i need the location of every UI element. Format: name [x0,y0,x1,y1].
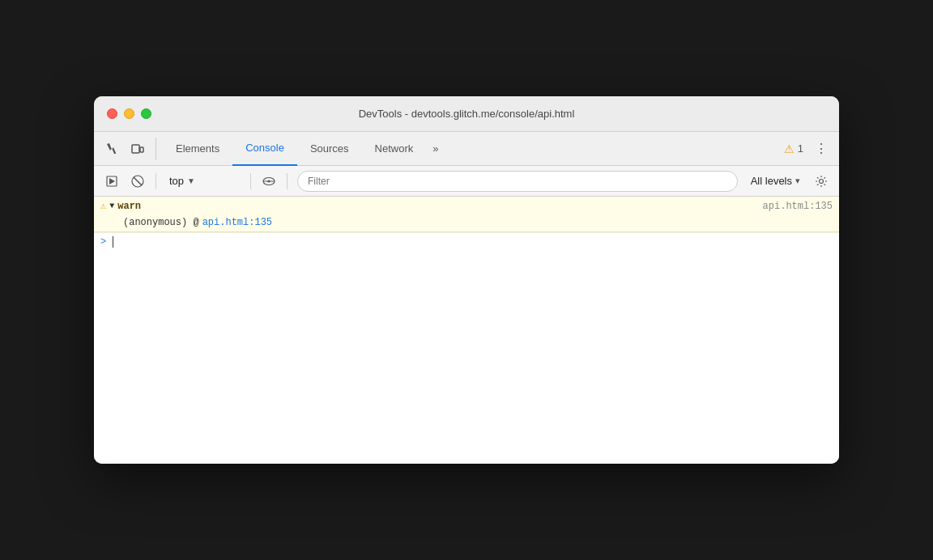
title-bar: DevTools - devtools.glitch.me/console/ap… [94,96,839,132]
console-toolbar: top ▼ All levels ▾ [94,166,839,197]
clear-console-button[interactable] [126,170,149,193]
minimize-button[interactable] [124,108,134,119]
cursor-blink [113,236,113,248]
warn-triangle-icon: ⚠ [100,200,106,212]
warn-expand-arrow[interactable]: ▼ [109,202,114,210]
warn-main-row: ⚠ ▼ warn api.html:135 [94,197,839,215]
console-prompt-icon: > [100,236,106,248]
svg-rect-0 [132,145,139,153]
log-levels-button[interactable]: All levels ▾ [744,172,807,190]
warn-label: warn [117,201,762,212]
maximize-button[interactable] [141,108,151,119]
svg-marker-3 [109,178,115,185]
device-mode-icon[interactable] [126,138,149,160]
window-title: DevTools - devtools.glitch.me/console/ap… [359,108,575,120]
warn-log-entry: ⚠ ▼ warn api.html:135 (anonymous) @ api.… [94,197,839,232]
toolbar-divider-2 [250,173,251,189]
execute-button[interactable] [100,170,123,193]
warn-call-text: (anonymous) @ [123,217,199,228]
toolbar-divider [156,173,156,189]
console-input-row[interactable]: > [94,232,839,251]
filter-input[interactable] [297,171,738,192]
tab-sources[interactable]: Sources [297,132,362,166]
devtools-toolbar-icons [100,138,156,160]
close-button[interactable] [107,108,117,119]
live-expressions-button[interactable] [258,170,280,193]
context-selector[interactable]: top ▼ [163,172,244,190]
inspect-icon[interactable] [100,138,123,160]
warn-call-row: (anonymous) @ api.html:135 [94,215,839,231]
warn-location[interactable]: api.html:135 [763,201,833,212]
console-content: ⚠ ▼ warn api.html:135 (anonymous) @ api.… [94,197,839,464]
devtools-window: DevTools - devtools.glitch.me/console/ap… [94,96,839,464]
tabs-bar: Elements Console Sources Network » ⚠ 1 ⋮ [94,132,839,166]
devtools-menu-button[interactable]: ⋮ [810,138,833,160]
svg-rect-1 [140,147,143,152]
warning-badge[interactable]: ⚠ 1 [784,142,803,155]
console-settings-button[interactable] [810,170,833,193]
traffic-lights [107,108,151,119]
svg-line-5 [134,177,142,185]
tab-network[interactable]: Network [362,132,427,166]
toolbar-divider-3 [287,173,288,189]
main-tabs: Elements Console Sources Network » [163,132,778,166]
tab-console[interactable]: Console [232,132,297,166]
tab-elements[interactable]: Elements [163,132,232,166]
svg-point-9 [820,179,824,183]
console-input-field[interactable] [113,236,113,248]
tab-more-button[interactable]: » [426,132,445,166]
warn-source-link[interactable]: api.html:135 [202,217,272,228]
warning-icon: ⚠ [784,142,795,155]
